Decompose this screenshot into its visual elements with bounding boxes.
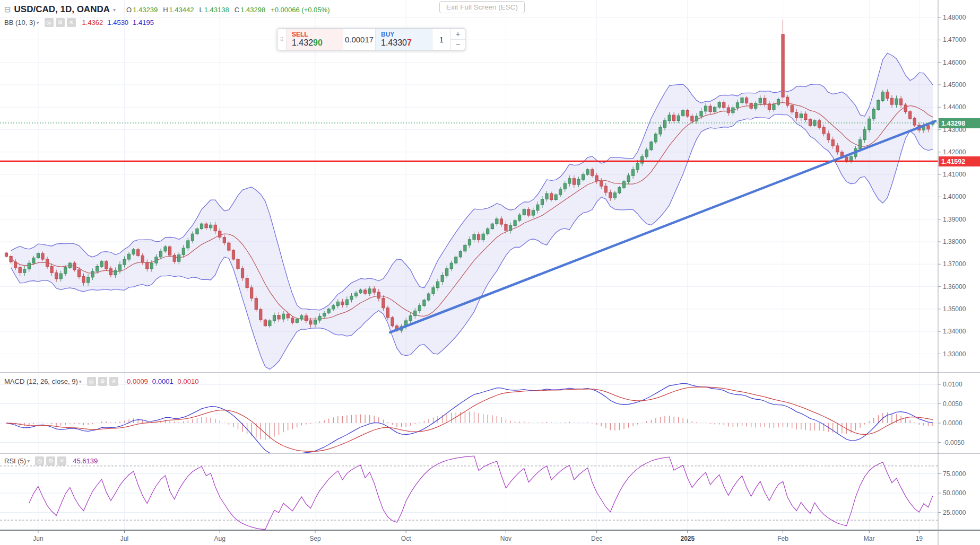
svg-text:0.0100: 0.0100	[943, 381, 962, 388]
drag-handle-icon[interactable]: ⠿	[277, 29, 286, 50]
svg-text:1.45000: 1.45000	[943, 81, 966, 89]
close-value: 1.43298	[240, 6, 265, 14]
sell-price-pips: 90	[313, 38, 323, 47]
spread-value: 0.00017	[343, 29, 375, 50]
bb-lower-value: 1.4195	[133, 19, 154, 27]
visibility-icon[interactable]: ◎	[35, 456, 44, 465]
chevron-down-icon[interactable]: ▾	[113, 7, 116, 13]
svg-text:Jul: Jul	[120, 535, 128, 542]
svg-text:1.35000: 1.35000	[943, 305, 966, 313]
svg-text:1.48000: 1.48000	[943, 14, 966, 21]
svg-text:1.40000: 1.40000	[943, 193, 966, 200]
svg-text:Sep: Sep	[309, 535, 321, 542]
ohlc-readout: O1.43239 H1.43442 L1.43138 C1.43298 +0.0…	[121, 6, 329, 14]
svg-text:1.37000: 1.37000	[943, 260, 966, 268]
quantity-decrease-button[interactable]: −	[451, 40, 465, 50]
buy-price: 1.4330	[381, 38, 407, 47]
sell-price: 1.432	[292, 38, 313, 47]
settings-gear-icon[interactable]: ⚙	[98, 377, 107, 386]
svg-text:Oct: Oct	[401, 535, 411, 542]
remove-indicator-icon[interactable]: ✕	[67, 18, 76, 27]
bb-basis-value: 1.4362	[82, 19, 103, 27]
buy-price-pips: 7	[407, 38, 412, 47]
quantity-increase-button[interactable]: +	[451, 29, 465, 40]
bb-label[interactable]: BB (10, 3)	[4, 19, 36, 27]
high-label: H	[163, 6, 168, 14]
chevron-down-icon[interactable]: ▾	[37, 20, 39, 25]
macd-label[interactable]: MACD (12, 26, close, 9)	[4, 377, 78, 385]
svg-text:1.39000: 1.39000	[943, 216, 966, 223]
chart-canvas[interactable]: 1.480001.470001.460001.450001.440001.430…	[0, 0, 980, 545]
low-value: 1.43138	[204, 6, 229, 14]
svg-text:1.41000: 1.41000	[943, 171, 966, 178]
svg-text:Nov: Nov	[500, 535, 511, 542]
svg-text:1.34000: 1.34000	[943, 328, 966, 335]
svg-text:Dec: Dec	[591, 535, 602, 542]
svg-text:Mar: Mar	[864, 535, 875, 542]
rsi-pane	[0, 456, 938, 529]
quantity-stepper: + −	[450, 29, 465, 50]
svg-text:25.0000: 25.0000	[943, 509, 966, 516]
svg-text:1.47000: 1.47000	[943, 36, 966, 43]
svg-text:0.0000: 0.0000	[943, 419, 962, 427]
bb-upper-value: 1.4530	[107, 19, 128, 27]
sell-button[interactable]: SELL 1.43290	[286, 29, 343, 50]
symbol-title[interactable]: USD/CAD, 1D, OANDA	[14, 4, 110, 15]
macd-line-value: 0.0001	[152, 377, 174, 385]
svg-text:2025: 2025	[680, 535, 695, 542]
rsi-indicator-legend: RSI (5) ▾ ◎ ⚙ ✕ 45.6139	[4, 456, 98, 465]
svg-text:Feb: Feb	[777, 535, 788, 542]
buy-label: BUY	[381, 31, 427, 38]
svg-text:19: 19	[916, 535, 923, 542]
remove-indicator-icon[interactable]: ✕	[57, 456, 66, 465]
visibility-icon[interactable]: ◎	[45, 18, 54, 27]
rsi-label[interactable]: RSI (5)	[4, 457, 26, 465]
chevron-down-icon[interactable]: ▾	[79, 379, 82, 384]
svg-text:-0.0050: -0.0050	[943, 439, 965, 446]
macd-pane	[6, 383, 933, 455]
macd-histogram-value: -0.0009	[125, 377, 148, 385]
symbol-legend: ⊟ USD/CAD, 1D, OANDA ▾ O1.43239 H1.43442…	[4, 4, 329, 15]
svg-text:1.46000: 1.46000	[943, 59, 966, 66]
macd-indicator-legend: MACD (12, 26, close, 9) ▾ ◎ ⚙ ✕ -0.0009 …	[4, 377, 198, 386]
change-value: +0.00066 (+0.05%)	[271, 6, 329, 14]
rsi-value: 45.6139	[73, 457, 98, 465]
quantity-value[interactable]: 1	[432, 29, 450, 50]
sell-label: SELL	[292, 31, 337, 38]
svg-text:1.44000: 1.44000	[943, 103, 966, 111]
svg-text:Jun: Jun	[33, 535, 43, 542]
time-axis[interactable]: JunJulAugSepOctNovDec2025FebMar19	[33, 530, 923, 542]
svg-text:1.38000: 1.38000	[943, 238, 966, 245]
alert-price-label: 1.41592	[939, 156, 980, 166]
settings-gear-icon[interactable]: ⚙	[46, 456, 55, 465]
macd-signal-value: 0.0010	[178, 377, 199, 385]
open-value: 1.43239	[133, 6, 158, 14]
buy-button[interactable]: BUY 1.43307	[375, 29, 432, 50]
svg-text:0.0050: 0.0050	[943, 400, 962, 408]
order-panel: ⠿ SELL 1.43290 0.00017 BUY 1.43307 1 + −	[277, 28, 465, 50]
visibility-icon[interactable]: ◎	[87, 377, 96, 386]
trading-platform-fullscreen: 1.480001.470001.460001.450001.440001.430…	[0, 0, 980, 545]
svg-text:75.0000: 75.0000	[943, 470, 966, 478]
high-value: 1.43442	[169, 6, 194, 14]
low-label: L	[200, 6, 203, 14]
remove-indicator-icon[interactable]: ✕	[109, 377, 118, 386]
price-axis[interactable]: 1.480001.470001.460001.450001.440001.430…	[938, 14, 966, 516]
svg-text:50.0000: 50.0000	[943, 489, 966, 497]
collapse-pane-icon[interactable]: ⊟	[4, 5, 11, 14]
bb-indicator-legend: BB (10, 3) ▾ ◎ ⚙ ✕ 1.4362 1.4530 1.4195	[4, 18, 154, 27]
current-price-label: 1.43298	[939, 118, 980, 128]
settings-gear-icon[interactable]: ⚙	[56, 18, 65, 27]
chevron-down-icon[interactable]: ▾	[27, 458, 30, 464]
exit-fullscreen-button[interactable]: Exit Full Screen (ESC)	[439, 1, 525, 13]
bollinger-bands	[11, 53, 933, 369]
svg-text:Aug: Aug	[214, 535, 226, 542]
svg-text:1.33000: 1.33000	[943, 350, 966, 358]
open-label: O	[126, 6, 132, 14]
close-label: C	[235, 6, 239, 14]
svg-text:1.36000: 1.36000	[943, 283, 966, 291]
svg-text:1.42000: 1.42000	[943, 148, 966, 156]
